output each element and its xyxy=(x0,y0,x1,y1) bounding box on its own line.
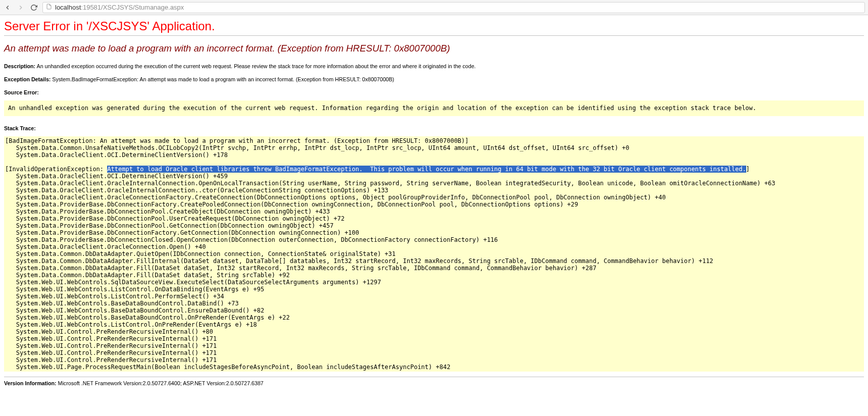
reload-button[interactable] xyxy=(29,3,38,12)
exception-details-text: System.BadImageFormatException: An attem… xyxy=(52,76,394,82)
version-label: Version Information: xyxy=(4,380,57,386)
source-error-label: Source Error: xyxy=(4,89,864,95)
browser-toolbar: localhost:19581/XSCJSYS/Stumanage.aspx xyxy=(0,0,868,15)
exception-details-label: Exception Details: xyxy=(4,76,51,82)
description: Description: An unhandled exception occu… xyxy=(4,63,864,69)
description-text: An unhandled exception occurred during t… xyxy=(37,63,476,69)
forward-button[interactable] xyxy=(16,3,25,12)
title-divider xyxy=(4,35,864,36)
bottom-divider xyxy=(4,377,864,377)
description-label: Description: xyxy=(4,63,35,69)
back-button[interactable] xyxy=(3,3,12,12)
source-error-text: An unhandled exception was generated dur… xyxy=(8,105,756,112)
stack-trace-label: Stack Trace: xyxy=(4,125,864,131)
exception-details: Exception Details: System.BadImageFormat… xyxy=(4,76,864,82)
url-bar[interactable]: localhost:19581/XSCJSYS/Stumanage.aspx xyxy=(42,2,865,13)
url-text: localhost:19581/XSCJSYS/Stumanage.aspx xyxy=(55,4,184,11)
stack-trace-pre: [BadImageFormatException: An attempt was… xyxy=(5,137,863,371)
highlighted-exception-text: Attempt to load Oracle client libraries … xyxy=(107,166,746,173)
error-subtitle: An attempt was made to load a program wi… xyxy=(4,43,864,54)
error-page-content: Server Error in '/XSCJSYS' Application. … xyxy=(0,15,868,390)
source-error-block: An unhandled exception was generated dur… xyxy=(4,100,864,116)
version-info: Version Information: Microsoft .NET Fram… xyxy=(4,380,864,386)
stack-trace-block: [BadImageFormatException: An attempt was… xyxy=(4,136,864,372)
error-title: Server Error in '/XSCJSYS' Application. xyxy=(4,19,864,33)
version-text: Microsoft .NET Framework Version:2.0.507… xyxy=(58,380,264,386)
page-icon xyxy=(46,4,52,11)
